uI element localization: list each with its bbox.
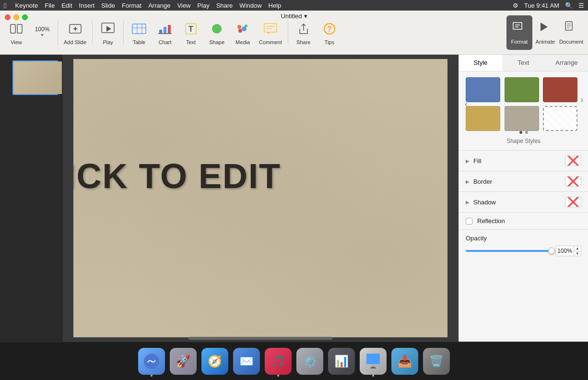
canvas-scrollbar[interactable] bbox=[188, 337, 332, 340]
divider-2 bbox=[92, 21, 93, 45]
shadow-color-swatch[interactable] bbox=[565, 197, 581, 207]
menu-icon[interactable]: ☰ bbox=[578, 2, 584, 9]
svg-rect-1 bbox=[17, 24, 22, 33]
dock-system-prefs[interactable]: ⚙️ bbox=[296, 348, 323, 375]
siri-icon[interactable]: ⚙ bbox=[513, 2, 518, 9]
opacity-value-box[interactable]: 100% ▲ ▼ bbox=[555, 246, 581, 256]
menubar-help[interactable]: Help bbox=[269, 2, 282, 9]
shadow-row[interactable]: ▶ Shadow bbox=[459, 192, 588, 212]
opacity-slider-thumb[interactable] bbox=[548, 248, 555, 254]
animate-panel-button[interactable]: Animate bbox=[532, 15, 558, 50]
opacity-slider-container[interactable] bbox=[466, 250, 552, 252]
svg-marker-30 bbox=[541, 23, 548, 31]
apple-menu[interactable]:  bbox=[4, 1, 6, 10]
share-button[interactable]: Share bbox=[291, 15, 316, 50]
launchpad-icon: 🚀 bbox=[176, 355, 190, 368]
dock-safari[interactable]: 🧭 bbox=[201, 348, 228, 375]
menubar-right: ⚙ Tue 9:41 AM 🔍 ☰ bbox=[513, 2, 584, 9]
chart-button[interactable]: Chart bbox=[153, 15, 177, 50]
dock-trash[interactable]: 🗑️ bbox=[423, 348, 450, 375]
opacity-slider-track[interactable] bbox=[466, 250, 552, 252]
shape-prev-arrow[interactable]: ‹ bbox=[465, 100, 467, 108]
add-slide-button[interactable]: Add Slide bbox=[61, 15, 89, 50]
table-button[interactable]: Table bbox=[127, 15, 152, 50]
dock-launchpad[interactable]: 🚀 bbox=[170, 348, 197, 375]
comment-button[interactable]: Comment bbox=[256, 15, 285, 50]
diagnostic-icon: 📊 bbox=[334, 355, 349, 368]
tab-arrange[interactable]: Arrange bbox=[545, 55, 588, 71]
menubar-arrange[interactable]: Arrange bbox=[148, 2, 170, 9]
menubar-view[interactable]: View bbox=[177, 2, 190, 9]
canvas-texture bbox=[73, 59, 447, 337]
shape-swatch-gray[interactable] bbox=[505, 106, 539, 131]
dock-keynote[interactable] bbox=[360, 348, 387, 375]
border-color-swatch[interactable] bbox=[565, 176, 581, 187]
menubar:  Keynote File Edit Insert Slide Format … bbox=[0, 0, 588, 11]
media-button[interactable]: Media bbox=[230, 15, 255, 50]
dock-finder[interactable] bbox=[138, 348, 165, 375]
dock-music[interactable]: 🎵 bbox=[265, 348, 292, 375]
menubar-window[interactable]: Window bbox=[239, 2, 261, 9]
menubar-format[interactable]: Format bbox=[122, 2, 141, 9]
opacity-up[interactable]: ▲ bbox=[574, 246, 581, 251]
menubar-keynote[interactable]: Keynote bbox=[15, 2, 38, 9]
canvas-area[interactable]: ICK TO EDIT bbox=[62, 55, 459, 342]
opacity-down[interactable]: ▼ bbox=[574, 251, 581, 257]
tab-text[interactable]: Text bbox=[502, 55, 545, 71]
menubar-slide[interactable]: Slide bbox=[101, 2, 115, 9]
media-label: Media bbox=[235, 39, 250, 45]
svg-rect-11 bbox=[159, 30, 162, 34]
slide-main-text[interactable]: ICK TO EDIT bbox=[73, 156, 281, 196]
document-panel-button[interactable]: Document bbox=[558, 15, 584, 50]
view-label: View bbox=[11, 39, 22, 45]
close-button[interactable] bbox=[5, 14, 11, 20]
dot-2 bbox=[525, 131, 528, 134]
fullscreen-button[interactable] bbox=[22, 14, 28, 20]
dock-downloads[interactable]: 📥 bbox=[391, 348, 418, 375]
shape-next-arrow[interactable]: › bbox=[581, 95, 583, 104]
fill-row[interactable]: ▶ Fill bbox=[459, 151, 588, 171]
menubar-file[interactable]: File bbox=[45, 2, 55, 9]
fill-color-swatch[interactable] bbox=[565, 155, 581, 166]
tab-style[interactable]: Style bbox=[459, 55, 502, 71]
search-icon[interactable]: 🔍 bbox=[565, 2, 573, 9]
dock-diagnostic[interactable]: 📊 bbox=[328, 348, 355, 375]
svg-rect-0 bbox=[11, 24, 15, 33]
safari-icon: 🧭 bbox=[208, 355, 222, 368]
table-label: Table bbox=[133, 39, 145, 45]
text-button[interactable]: T Text bbox=[178, 15, 203, 50]
opacity-stepper[interactable]: ▲ ▼ bbox=[574, 246, 581, 256]
dock-mail[interactable]: ✉️ bbox=[233, 348, 260, 375]
minimize-button[interactable] bbox=[13, 14, 19, 20]
format-panel-button[interactable]: Format bbox=[506, 15, 532, 50]
zoom-button[interactable]: 100% ▼ bbox=[30, 15, 55, 50]
reflection-label: Reflection bbox=[477, 217, 505, 225]
shape-button[interactable]: Shape bbox=[204, 15, 229, 50]
toolbar: View 100% ▼ Add Slide Play bbox=[0, 11, 588, 55]
document-icon bbox=[563, 21, 579, 37]
shape-swatch-blue[interactable] bbox=[466, 77, 500, 102]
play-button[interactable]: Play bbox=[95, 15, 120, 50]
reflection-checkbox[interactable] bbox=[466, 218, 472, 225]
menubar-insert[interactable]: Insert bbox=[79, 2, 95, 9]
slide-canvas[interactable]: ICK TO EDIT bbox=[73, 59, 447, 337]
border-row[interactable]: ▶ Border bbox=[459, 171, 588, 191]
slide-thumbnail[interactable] bbox=[12, 60, 58, 95]
menubar-share[interactable]: Share bbox=[216, 2, 233, 9]
svg-point-20 bbox=[238, 29, 242, 33]
music-dot bbox=[277, 375, 279, 377]
system-prefs-icon: ⚙️ bbox=[303, 355, 317, 368]
svg-marker-6 bbox=[106, 26, 111, 32]
shape-styles-section: ‹ › Shape Styles bbox=[459, 71, 588, 150]
menubar-play[interactable]: Play bbox=[197, 2, 209, 9]
tips-button[interactable]: ? Tips bbox=[317, 15, 342, 50]
slide-panel: 1 bbox=[0, 55, 62, 342]
traffic-lights bbox=[5, 14, 28, 20]
format-label: Format bbox=[511, 39, 528, 45]
play-label: Play bbox=[103, 39, 113, 45]
shape-swatch-red[interactable] bbox=[543, 77, 577, 102]
shape-swatch-green[interactable] bbox=[505, 77, 539, 102]
shape-swatch-gold[interactable] bbox=[466, 106, 500, 131]
shape-swatch-outline[interactable] bbox=[543, 106, 577, 131]
menubar-edit[interactable]: Edit bbox=[61, 2, 72, 9]
